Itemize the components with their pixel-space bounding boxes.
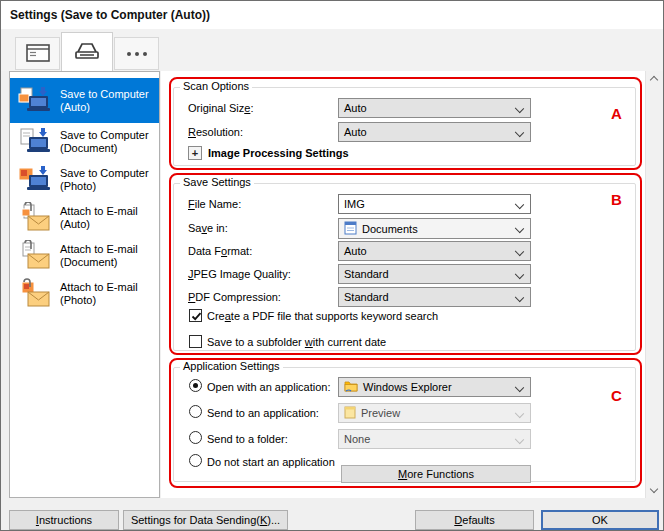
documents-folder-icon: [344, 221, 357, 237]
jpeg-quality-label: JPEG Image Quality:: [188, 268, 291, 280]
scanner-icon: [72, 41, 102, 63]
attach-to-email-auto-icon: [17, 202, 53, 234]
send-to-folder-value: None: [344, 433, 370, 445]
chevron-down-icon: [515, 128, 524, 137]
settings-for-data-sending-button[interactable]: Settings for Data Sending(K)...: [123, 510, 288, 530]
preview-app-icon: [344, 406, 356, 421]
image-processing-settings-label[interactable]: Image Processing Settings: [208, 147, 349, 159]
footer-bar: Instructions Settings for Data Sending(K…: [1, 498, 663, 531]
sidebar-item-attach-email-photo[interactable]: Attach to E-mail (Photo): [10, 275, 159, 313]
sidebar-item-sublabel: (Document): [60, 256, 117, 268]
sidebar-item-attach-email-auto[interactable]: Attach to E-mail (Auto): [10, 199, 159, 237]
send-to-application-select: Preview: [338, 403, 531, 423]
do-not-start-application-radio[interactable]: [189, 454, 202, 467]
chevron-down-icon: [515, 104, 524, 113]
save-in-select[interactable]: Documents: [338, 218, 531, 239]
more-tab-icon: [127, 52, 147, 56]
resolution-value: Auto: [344, 126, 367, 138]
send-to-folder-label[interactable]: Send to a folder:: [207, 433, 288, 445]
original-size-select[interactable]: Auto: [338, 98, 531, 118]
tab-more[interactable]: [114, 37, 159, 70]
save-to-computer-auto-icon: [17, 85, 53, 117]
data-format-value: Auto: [344, 245, 367, 257]
tab-strip: [1, 29, 663, 71]
settings-dialog: Settings (Save to Computer (Auto)): [0, 0, 664, 531]
chevron-down-icon: [515, 383, 524, 392]
sidebar-item-label: Attach to E-mail: [60, 281, 138, 293]
send-to-application-radio[interactable]: [189, 405, 202, 418]
more-functions-button[interactable]: More Functions: [341, 465, 531, 483]
sidebar-item-sublabel: (Auto): [60, 101, 90, 113]
scroll-up-arrow[interactable]: [646, 71, 661, 86]
chevron-down-icon: [515, 200, 524, 209]
sidebar-item-label: Attach to E-mail: [60, 243, 138, 255]
open-with-application-value: Windows Explorer: [363, 381, 452, 393]
open-with-application-select[interactable]: Windows Explorer: [338, 377, 531, 397]
instructions-button[interactable]: Instructions: [9, 510, 119, 530]
sidebar-item-label: Save to Computer: [60, 167, 149, 179]
expand-image-processing-button[interactable]: +: [188, 146, 202, 160]
chevron-down-icon: [515, 409, 524, 418]
create-pdf-keyword-checkbox[interactable]: [189, 309, 202, 322]
file-name-label: File Name:: [188, 198, 241, 210]
original-size-label: Original Size:: [188, 102, 253, 114]
save-to-computer-photo-icon: [17, 164, 53, 196]
application-settings-title: Application Settings: [180, 360, 283, 372]
send-to-folder-select: None: [338, 429, 531, 449]
pdf-compression-value: Standard: [344, 291, 389, 303]
defaults-button[interactable]: Defaults: [415, 510, 534, 530]
save-settings-title: Save Settings: [180, 176, 254, 188]
send-to-application-value: Preview: [361, 407, 400, 419]
sidebar-item-attach-email-document[interactable]: Attach to E-mail (Document): [10, 237, 159, 275]
attach-to-email-document-icon: [17, 240, 53, 272]
chevron-down-icon: [515, 293, 524, 302]
sidebar-item-sublabel: (Auto): [60, 218, 90, 230]
title-bar: Settings (Save to Computer (Auto)): [1, 1, 663, 29]
sidebar-item-label: Save to Computer: [60, 88, 149, 100]
scan-options-title: Scan Options: [180, 80, 252, 92]
save-to-computer-document-icon: [17, 126, 53, 158]
sidebar-item-save-computer-auto[interactable]: Save to Computer (Auto): [10, 78, 159, 123]
save-subfolder-date-label[interactable]: Save to a subfolder with current date: [207, 336, 386, 348]
profile-list: Save to Computer (Auto) Save to Compute: [9, 71, 160, 498]
open-with-application-label[interactable]: Open with an application:: [207, 381, 331, 393]
window-icon: [26, 44, 50, 64]
vertical-scrollbar[interactable]: [645, 71, 660, 498]
jpeg-quality-select[interactable]: Standard: [338, 264, 531, 284]
tab-simple-mode[interactable]: [15, 37, 60, 70]
original-size-value: Auto: [344, 102, 367, 114]
jpeg-quality-value: Standard: [344, 268, 389, 280]
scroll-down-arrow[interactable]: [646, 483, 661, 498]
chevron-down-icon: [515, 224, 524, 233]
sidebar-item-save-computer-photo[interactable]: Save to Computer (Photo): [10, 161, 159, 199]
chevron-down-icon: [515, 270, 524, 279]
attach-to-email-photo-icon: [17, 278, 53, 310]
open-with-application-radio[interactable]: [189, 379, 202, 392]
do-not-start-application-label[interactable]: Do not start an application: [207, 456, 335, 468]
windows-explorer-icon: [344, 380, 358, 394]
sidebar-item-label: Attach to E-mail: [60, 205, 138, 217]
file-name-input[interactable]: IMG: [338, 194, 531, 214]
sidebar-item-sublabel: (Photo): [60, 180, 96, 192]
resolution-label: Resolution:: [188, 126, 243, 138]
send-to-folder-radio[interactable]: [189, 431, 202, 444]
file-name-value: IMG: [344, 198, 365, 210]
sidebar-item-save-computer-document[interactable]: Save to Computer (Document): [10, 123, 159, 161]
tab-scanner-settings[interactable]: [61, 32, 113, 71]
pdf-compression-label: PDF Compression:: [188, 291, 281, 303]
check-icon: [190, 310, 203, 323]
sidebar-item-label: Save to Computer: [60, 129, 149, 141]
resolution-select[interactable]: Auto: [338, 122, 531, 142]
send-to-application-label[interactable]: Send to an application:: [207, 407, 319, 419]
pdf-compression-select[interactable]: Standard: [338, 287, 531, 307]
ok-button[interactable]: OK: [541, 510, 659, 530]
save-subfolder-date-checkbox[interactable]: [189, 335, 202, 348]
data-format-label: Data Format:: [188, 245, 252, 257]
page-title: Settings (Save to Computer (Auto)): [10, 8, 210, 22]
sidebar-item-sublabel: (Photo): [60, 294, 96, 306]
chevron-down-icon: [515, 247, 524, 256]
chevron-down-icon: [515, 435, 524, 444]
create-pdf-keyword-label[interactable]: Create a PDF file that supports keyword …: [207, 310, 438, 322]
data-format-select[interactable]: Auto: [338, 241, 531, 261]
sidebar-item-sublabel: (Document): [60, 142, 117, 154]
